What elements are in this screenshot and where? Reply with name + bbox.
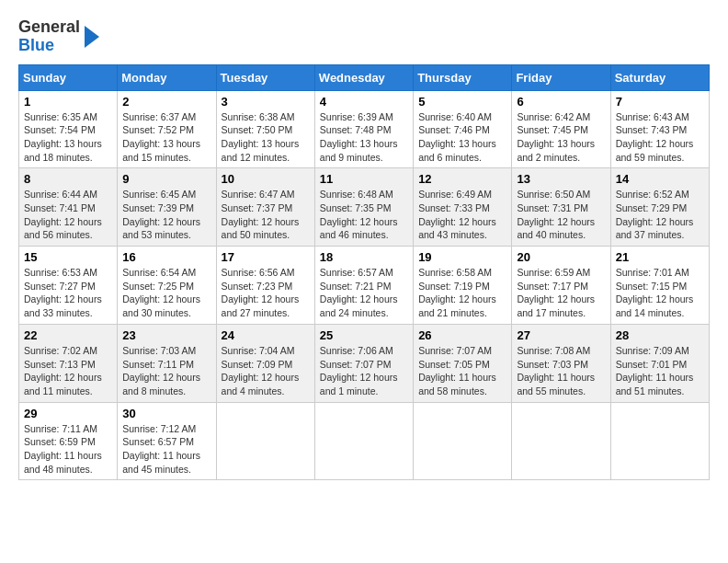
day-number: 21 [616,250,704,264]
day-info: Sunrise: 6:47 AM Sunset: 7:37 PM Dayligh… [222,188,310,242]
day-number: 22 [24,328,112,342]
day-info: Sunrise: 6:38 AM Sunset: 7:50 PM Dayligh… [222,110,310,165]
empty-cell [314,402,413,480]
calendar-day-3: 3Sunrise: 6:38 AM Sunset: 7:50 PM Daylig… [216,90,314,168]
calendar-day-4: 4Sunrise: 6:39 AM Sunset: 7:48 PM Daylig… [314,90,413,168]
day-number: 7 [616,95,704,109]
day-info: Sunrise: 7:12 AM Sunset: 6:57 PM Dayligh… [122,422,210,477]
day-number: 27 [517,328,605,342]
day-number: 12 [418,172,506,186]
calendar-day-12: 12Sunrise: 6:49 AM Sunset: 7:33 PM Dayli… [414,168,512,247]
calendar-day-14: 14Sunrise: 6:52 AM Sunset: 7:29 PM Dayli… [610,168,709,247]
day-info: Sunrise: 6:58 AM Sunset: 7:19 PM Dayligh… [418,266,506,320]
calendar-day-15: 15Sunrise: 6:53 AM Sunset: 7:27 PM Dayli… [19,247,118,325]
empty-cell [512,402,610,480]
day-number: 15 [24,250,112,264]
day-info: Sunrise: 7:04 AM Sunset: 7:09 PM Dayligh… [222,344,310,398]
calendar-day-1: 1Sunrise: 6:35 AM Sunset: 7:54 PM Daylig… [19,90,118,168]
calendar-day-11: 11Sunrise: 6:48 AM Sunset: 7:35 PM Dayli… [314,168,413,247]
day-number: 25 [320,328,408,342]
weekday-header-friday: Friday [512,64,610,90]
day-info: Sunrise: 6:40 AM Sunset: 7:46 PM Dayligh… [418,110,506,165]
day-number: 19 [418,250,506,264]
day-number: 14 [616,172,704,186]
day-info: Sunrise: 6:37 AM Sunset: 7:52 PM Dayligh… [122,110,210,165]
day-number: 28 [616,328,704,342]
calendar-day-23: 23Sunrise: 7:03 AM Sunset: 7:11 PM Dayli… [118,324,216,402]
day-number: 9 [122,172,210,186]
day-number: 6 [517,95,605,109]
day-info: Sunrise: 6:35 AM Sunset: 7:54 PM Dayligh… [24,110,112,165]
calendar-day-22: 22Sunrise: 7:02 AM Sunset: 7:13 PM Dayli… [19,324,118,402]
calendar-day-13: 13Sunrise: 6:50 AM Sunset: 7:31 PM Dayli… [512,168,610,247]
calendar-day-10: 10Sunrise: 6:47 AM Sunset: 7:37 PM Dayli… [216,168,314,247]
day-info: Sunrise: 6:45 AM Sunset: 7:39 PM Dayligh… [122,188,210,242]
weekday-header-wednesday: Wednesday [314,64,413,90]
weekday-header-tuesday: Tuesday [216,64,314,90]
day-number: 18 [320,250,408,264]
calendar-day-9: 9Sunrise: 6:45 AM Sunset: 7:39 PM Daylig… [118,168,216,247]
logo-line2: Blue [18,37,80,55]
day-info: Sunrise: 6:43 AM Sunset: 7:43 PM Dayligh… [616,110,704,165]
calendar-header-row: SundayMondayTuesdayWednesdayThursdayFrid… [19,64,710,90]
calendar-day-25: 25Sunrise: 7:06 AM Sunset: 7:07 PM Dayli… [314,324,413,402]
calendar-week-2: 8Sunrise: 6:44 AM Sunset: 7:41 PM Daylig… [19,168,710,247]
day-info: Sunrise: 7:02 AM Sunset: 7:13 PM Dayligh… [24,344,112,398]
calendar-day-16: 16Sunrise: 6:54 AM Sunset: 7:25 PM Dayli… [118,247,216,325]
day-info: Sunrise: 7:11 AM Sunset: 6:59 PM Dayligh… [24,422,112,477]
calendar-table: SundayMondayTuesdayWednesdayThursdayFrid… [18,64,710,481]
calendar-day-2: 2Sunrise: 6:37 AM Sunset: 7:52 PM Daylig… [118,90,216,168]
day-number: 11 [320,172,408,186]
calendar-day-7: 7Sunrise: 6:43 AM Sunset: 7:43 PM Daylig… [610,90,709,168]
day-number: 20 [517,250,605,264]
day-number: 29 [24,407,112,420]
calendar-day-17: 17Sunrise: 6:56 AM Sunset: 7:23 PM Dayli… [216,247,314,325]
weekday-header-sunday: Sunday [19,64,118,90]
weekday-header-thursday: Thursday [414,64,512,90]
day-number: 5 [418,95,506,109]
day-info: Sunrise: 6:48 AM Sunset: 7:35 PM Dayligh… [320,188,408,242]
empty-cell [216,402,314,480]
logo-text: General Blue [18,18,99,55]
weekday-header-saturday: Saturday [610,64,709,90]
calendar-day-5: 5Sunrise: 6:40 AM Sunset: 7:46 PM Daylig… [414,90,512,168]
day-info: Sunrise: 6:52 AM Sunset: 7:29 PM Dayligh… [616,188,704,242]
day-number: 23 [122,328,210,342]
day-info: Sunrise: 6:53 AM Sunset: 7:27 PM Dayligh… [24,266,112,320]
day-info: Sunrise: 7:07 AM Sunset: 7:05 PM Dayligh… [418,344,506,398]
calendar-week-4: 22Sunrise: 7:02 AM Sunset: 7:13 PM Dayli… [19,324,710,402]
calendar-day-21: 21Sunrise: 7:01 AM Sunset: 7:15 PM Dayli… [610,247,709,325]
page-header: General Blue [18,18,710,55]
calendar-day-19: 19Sunrise: 6:58 AM Sunset: 7:19 PM Dayli… [414,247,512,325]
calendar-day-26: 26Sunrise: 7:07 AM Sunset: 7:05 PM Dayli… [414,324,512,402]
day-number: 1 [24,95,112,109]
calendar-day-20: 20Sunrise: 6:59 AM Sunset: 7:17 PM Dayli… [512,247,610,325]
day-number: 24 [222,328,310,342]
day-info: Sunrise: 6:42 AM Sunset: 7:45 PM Dayligh… [517,110,605,165]
logo-arrow-icon [85,26,99,48]
day-info: Sunrise: 7:01 AM Sunset: 7:15 PM Dayligh… [616,266,704,320]
calendar-day-29: 29Sunrise: 7:11 AM Sunset: 6:59 PM Dayli… [19,402,118,480]
day-info: Sunrise: 6:54 AM Sunset: 7:25 PM Dayligh… [122,266,210,320]
calendar-week-3: 15Sunrise: 6:53 AM Sunset: 7:27 PM Dayli… [19,247,710,325]
calendar-day-24: 24Sunrise: 7:04 AM Sunset: 7:09 PM Dayli… [216,324,314,402]
day-number: 8 [24,172,112,186]
day-info: Sunrise: 6:56 AM Sunset: 7:23 PM Dayligh… [222,266,310,320]
calendar-day-18: 18Sunrise: 6:57 AM Sunset: 7:21 PM Dayli… [314,247,413,325]
weekday-header-monday: Monday [118,64,216,90]
day-number: 2 [122,95,210,109]
day-number: 4 [320,95,408,109]
logo-line1: General [18,18,80,37]
day-info: Sunrise: 7:06 AM Sunset: 7:07 PM Dayligh… [320,344,408,398]
day-info: Sunrise: 7:09 AM Sunset: 7:01 PM Dayligh… [616,344,704,398]
calendar-day-28: 28Sunrise: 7:09 AM Sunset: 7:01 PM Dayli… [610,324,709,402]
day-number: 17 [222,250,310,264]
day-info: Sunrise: 6:44 AM Sunset: 7:41 PM Dayligh… [24,188,112,242]
day-number: 16 [122,250,210,264]
calendar-day-6: 6Sunrise: 6:42 AM Sunset: 7:45 PM Daylig… [512,90,610,168]
day-number: 10 [222,172,310,186]
day-info: Sunrise: 7:08 AM Sunset: 7:03 PM Dayligh… [517,344,605,398]
day-number: 3 [222,95,310,109]
calendar-day-27: 27Sunrise: 7:08 AM Sunset: 7:03 PM Dayli… [512,324,610,402]
day-number: 30 [122,407,210,420]
